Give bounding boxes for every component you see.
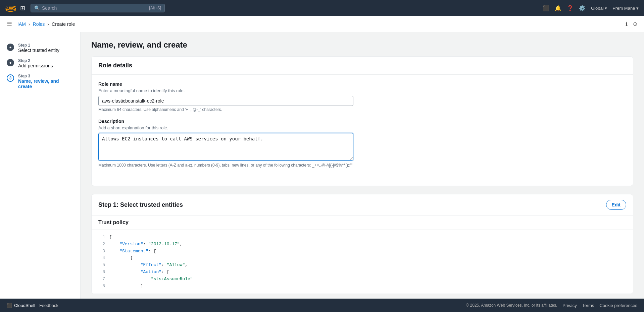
role-name-char-hint: Maximum 64 characters. Use alphanumeric … bbox=[98, 107, 353, 112]
cloudshell-button[interactable]: ⬛ CloudShell bbox=[7, 303, 35, 308]
terminal-icon[interactable]: ⬛ bbox=[543, 5, 549, 11]
role-name-group: Role name Enter a meaningful name to ide… bbox=[98, 81, 626, 112]
role-name-hint: Enter a meaningful name to identify this… bbox=[98, 88, 626, 93]
role-name-label: Role name bbox=[98, 81, 626, 87]
role-details-body: Role name Enter a meaningful name to ide… bbox=[92, 75, 633, 186]
code-line-8: 8 ] bbox=[98, 283, 626, 290]
nav-icons: ⬛ 🔔 ❓ ⚙️ Global ▾ Prem Mane ▾ bbox=[543, 5, 639, 11]
step-1-label: Select trusted entity bbox=[18, 48, 59, 53]
main-container: ● Step 1 Select trusted entity ● Step 2 … bbox=[0, 32, 644, 310]
breadcrumb-actions: ℹ ⊙ bbox=[626, 21, 637, 27]
role-name-input[interactable] bbox=[98, 96, 353, 106]
trusted-entities-card: Step 1: Select trusted entities Edit Tru… bbox=[91, 194, 633, 294]
breadcrumb-bar: ☰ IAM › Roles › Create role ℹ ⊙ bbox=[0, 16, 644, 32]
breadcrumb-iam[interactable]: IAM bbox=[17, 21, 26, 27]
search-icon: 🔍 bbox=[34, 5, 40, 11]
trusted-entities-title: Step 1: Select trusted entities bbox=[98, 201, 183, 208]
step-2-item[interactable]: ● Step 2 Add permissions bbox=[0, 56, 80, 71]
code-line-4: 4 { bbox=[98, 255, 626, 262]
footer-left: ⬛ CloudShell Feedback bbox=[7, 303, 58, 308]
step-3-item[interactable]: 3 Step 3 Name, review, and create bbox=[0, 71, 80, 92]
cookie-link[interactable]: Cookie preferences bbox=[599, 303, 637, 308]
user-menu[interactable]: Prem Mane ▾ bbox=[612, 6, 639, 11]
breadcrumb-sep-2: › bbox=[47, 21, 49, 27]
footer: ⬛ CloudShell Feedback © 2025, Amazon Web… bbox=[0, 299, 644, 310]
main-content: Name, review, and create Role details Ro… bbox=[81, 32, 644, 310]
feedback-link[interactable]: Feedback bbox=[39, 303, 58, 308]
cloudshell-label: CloudShell bbox=[14, 303, 35, 308]
trust-policy-title: Trust policy bbox=[92, 215, 633, 230]
role-details-title: Role details bbox=[98, 62, 626, 69]
privacy-link[interactable]: Privacy bbox=[562, 303, 577, 308]
step-1-circle: ● bbox=[7, 44, 14, 51]
global-region[interactable]: Global ▾ bbox=[591, 6, 607, 11]
description-char-hint: Maximum 1000 characters. Use letters (A-… bbox=[98, 163, 353, 172]
top-navigation: ⊞ 🔍 [Alt+S] ⬛ 🔔 ❓ ⚙️ Global ▾ Prem Mane … bbox=[0, 0, 644, 16]
terms-link[interactable]: Terms bbox=[582, 303, 594, 308]
step-3-number: Step 3 bbox=[18, 74, 73, 78]
role-details-header: Role details bbox=[92, 57, 633, 75]
step-2-circle: ● bbox=[7, 59, 14, 66]
code-line-5: 5 "Effect": "Allow", bbox=[98, 262, 626, 269]
search-bar[interactable]: 🔍 [Alt+S] bbox=[31, 4, 165, 12]
breadcrumb-sep-1: › bbox=[29, 21, 30, 27]
step-1-info: Step 1 Select trusted entity bbox=[18, 43, 59, 53]
code-line-2: 2 "Version": "2012-10-17", bbox=[98, 241, 626, 248]
apps-grid-icon[interactable]: ⊞ bbox=[20, 4, 25, 12]
step-2-label: Add permissions bbox=[18, 63, 53, 68]
code-line-6: 6 "Action": [ bbox=[98, 269, 626, 276]
step-2-number: Step 2 bbox=[18, 58, 53, 63]
search-shortcut: [Alt+S] bbox=[149, 6, 161, 10]
code-line-3: 3 "Statement": [ bbox=[98, 248, 626, 255]
edit-trusted-entities-button[interactable]: Edit bbox=[606, 200, 626, 210]
step-1-item[interactable]: ● Step 1 Select trusted entity bbox=[0, 40, 80, 56]
description-group: Description Add a short explanation for … bbox=[98, 119, 626, 172]
step-1-number: Step 1 bbox=[18, 43, 59, 48]
breadcrumb-current: Create role bbox=[52, 21, 75, 27]
step-3-label: Name, review, and create bbox=[18, 78, 73, 89]
clock-icon[interactable]: ⊙ bbox=[633, 21, 637, 27]
description-textarea[interactable] bbox=[98, 133, 353, 161]
code-line-1: 1 { bbox=[98, 234, 626, 241]
help-icon[interactable]: ❓ bbox=[567, 5, 574, 11]
breadcrumb-roles[interactable]: Roles bbox=[33, 21, 45, 27]
aws-logo[interactable] bbox=[5, 3, 16, 13]
bell-icon[interactable]: 🔔 bbox=[555, 5, 561, 11]
description-hint: Add a short explanation for this role. bbox=[98, 125, 626, 130]
role-details-card: Role details Role name Enter a meaningfu… bbox=[91, 56, 633, 186]
sidebar: ● Step 1 Select trusted entity ● Step 2 … bbox=[0, 32, 81, 310]
sidebar-toggle[interactable]: ☰ bbox=[7, 20, 12, 28]
page-title: Name, review, and create bbox=[91, 40, 633, 50]
footer-copyright: © 2025, Amazon Web Services, Inc. or its… bbox=[466, 303, 557, 308]
terminal-footer-icon: ⬛ bbox=[7, 303, 12, 308]
footer-right: © 2025, Amazon Web Services, Inc. or its… bbox=[466, 303, 637, 308]
step-3-circle: 3 bbox=[7, 74, 14, 82]
step-3-info: Step 3 Name, review, and create bbox=[18, 74, 73, 89]
search-input[interactable] bbox=[42, 5, 147, 11]
trusted-entities-header: Step 1: Select trusted entities Edit bbox=[92, 194, 633, 215]
trust-policy-code: 1 { 2 "Version": "2012-10-17", 3 "Statem… bbox=[92, 230, 633, 294]
description-label: Description bbox=[98, 119, 626, 124]
info-icon[interactable]: ℹ bbox=[626, 21, 628, 27]
settings-icon[interactable]: ⚙️ bbox=[579, 5, 586, 11]
step-2-info: Step 2 Add permissions bbox=[18, 58, 53, 68]
code-line-7: 7 "sts:AssumeRole" bbox=[98, 276, 626, 283]
